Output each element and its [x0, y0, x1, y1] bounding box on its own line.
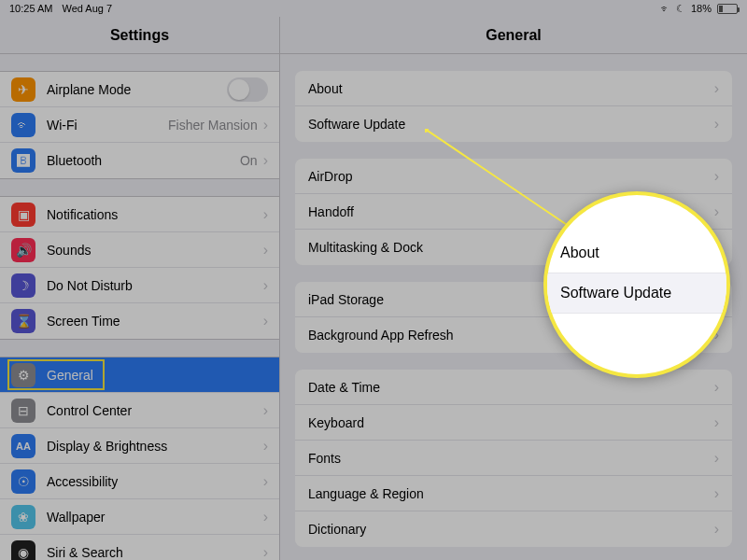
detail-item-label: Fonts [308, 451, 714, 466]
sidebar-group: ▣Notifications›🔊Sounds›☽Do Not Disturb›⌛… [0, 196, 279, 340]
detail-item-keyboard[interactable]: Keyboard› [295, 405, 732, 441]
chevron-right-icon: › [263, 242, 268, 259]
sidebar-item-label: Control Center [47, 403, 263, 418]
detail-item-label: Date & Time [308, 380, 714, 395]
detail-item-language-region[interactable]: Language & Region› [295, 476, 732, 511]
detail-item-airdrop[interactable]: AirDrop› [295, 159, 732, 194]
sidebar-item-bluetooth[interactable]: 🅱BluetoothOn› [0, 143, 279, 178]
sidebar-item-label: Do Not Disturb [47, 278, 263, 293]
magnifier-software-update: Software Update [547, 273, 726, 314]
chevron-right-icon: › [714, 379, 719, 396]
accessibility-icon: ☉ [11, 469, 35, 494]
sidebar-item-siri-search[interactable]: ◉Siri & Search› [0, 535, 279, 560]
detail-item-about[interactable]: About› [295, 71, 732, 106]
detail-group: About›Software Update› [295, 71, 732, 142]
sidebar-group: ⚙General⊟Control Center›AADisplay & Brig… [0, 357, 279, 560]
status-time: 10:25 AM [9, 3, 52, 14]
sidebar-item-label: Siri & Search [47, 545, 263, 560]
wifi-icon: ᯤ [660, 3, 670, 14]
sidebar-item-label: Wi-Fi [47, 118, 168, 133]
sidebar-item-label: Airplane Mode [47, 82, 227, 97]
detail-item-label: AirDrop [308, 169, 714, 184]
magnifier-about: About [547, 233, 726, 273]
chevron-right-icon: › [263, 206, 268, 223]
detail-item-label: Dictionary [308, 522, 714, 537]
detail-item-fonts[interactable]: Fonts› [295, 441, 732, 476]
dnd-icon: ☾ [676, 3, 685, 15]
chevron-right-icon: › [714, 80, 719, 97]
chevron-right-icon: › [263, 277, 268, 294]
sidebar: Settings ✈Airplane ModeᯤWi-FiFisher Mans… [0, 17, 280, 560]
chevron-right-icon: › [263, 313, 268, 329]
sidebar-item-label: Accessibility [47, 474, 263, 489]
screentime-icon: ⌛ [11, 309, 35, 333]
general-icon: ⚙ [11, 363, 35, 387]
battery-icon [717, 4, 738, 14]
chevron-right-icon: › [714, 168, 719, 185]
siri-icon: ◉ [11, 540, 35, 561]
chevron-right-icon: › [714, 521, 719, 538]
battery-pct: 18% [691, 3, 712, 14]
wifi-icon: ᯤ [11, 113, 35, 137]
detail-item-label: Language & Region [308, 486, 714, 501]
sidebar-item-airplane-mode[interactable]: ✈Airplane Mode [0, 72, 279, 107]
chevron-right-icon: › [263, 544, 268, 561]
device-frame: 10:25 AM Wed Aug 7 ᯤ ☾ 18% Settings ✈Air… [0, 0, 747, 560]
chevron-right-icon: › [714, 116, 719, 133]
sidebar-item-general[interactable]: ⚙General [0, 357, 279, 393]
dnd-icon: ☽ [11, 273, 35, 298]
sidebar-item-accessibility[interactable]: ☉Accessibility› [0, 464, 279, 499]
sidebar-item-screen-time[interactable]: ⌛Screen Time› [0, 303, 279, 339]
sidebar-item-notifications[interactable]: ▣Notifications› [0, 197, 279, 232]
magnifier-callout: About Software Update [543, 191, 730, 378]
sidebar-item-label: General [47, 368, 268, 383]
sidebar-item-sounds[interactable]: 🔊Sounds› [0, 232, 279, 268]
bluetooth-icon: 🅱 [11, 148, 35, 173]
sidebar-item-label: Sounds [47, 243, 263, 258]
status-bar: 10:25 AM Wed Aug 7 ᯤ ☾ 18% [0, 0, 747, 17]
airplane-icon: ✈ [11, 77, 35, 102]
detail-item-label: Software Update [308, 117, 714, 132]
sidebar-item-label: Display & Brightness [47, 439, 263, 454]
display-icon: AA [11, 434, 35, 458]
sidebar-item-value: Fisher Mansion [168, 118, 258, 133]
status-date: Wed Aug 7 [62, 3, 112, 14]
sidebar-item-label: Notifications [47, 207, 263, 222]
chevron-right-icon: › [714, 414, 719, 431]
chevron-right-icon: › [714, 450, 719, 467]
chevron-right-icon: › [263, 402, 268, 419]
sidebar-item-label: Screen Time [47, 314, 263, 329]
chevron-right-icon: › [714, 485, 719, 502]
control-icon: ⊟ [11, 399, 35, 423]
detail-title: General [280, 17, 747, 54]
sidebar-item-control-center[interactable]: ⊟Control Center› [0, 393, 279, 428]
detail-item-dictionary[interactable]: Dictionary› [295, 511, 732, 547]
detail-item-date-time[interactable]: Date & Time› [295, 370, 732, 405]
notifications-icon: ▣ [11, 203, 35, 227]
chevron-right-icon: › [263, 152, 268, 169]
detail-item-label: Keyboard [308, 415, 714, 430]
chevron-right-icon: › [714, 203, 719, 220]
sidebar-group: ✈Airplane ModeᯤWi-FiFisher Mansion›🅱Blue… [0, 71, 279, 179]
sidebar-item-do-not-disturb[interactable]: ☽Do Not Disturb› [0, 268, 279, 303]
detail-item-software-update[interactable]: Software Update› [295, 106, 732, 142]
sidebar-item-label: Wallpaper [47, 510, 263, 525]
chevron-right-icon: › [263, 117, 268, 133]
sidebar-title: Settings [0, 17, 279, 54]
chevron-right-icon: › [263, 509, 268, 525]
sidebar-item-label: Bluetooth [47, 153, 240, 168]
chevron-right-icon: › [263, 438, 268, 455]
sidebar-item-wi-fi[interactable]: ᯤWi-FiFisher Mansion› [0, 107, 279, 143]
sidebar-item-wallpaper[interactable]: ❀Wallpaper› [0, 499, 279, 535]
chevron-right-icon: › [263, 473, 268, 490]
sidebar-item-display-brightness[interactable]: AADisplay & Brightness› [0, 428, 279, 464]
sidebar-item-value: On [240, 153, 258, 168]
detail-group: Date & Time›Keyboard›Fonts›Language & Re… [295, 370, 732, 547]
toggle-switch[interactable] [227, 77, 268, 102]
detail-item-label: About [308, 81, 714, 96]
wallpaper-icon: ❀ [11, 505, 35, 529]
sounds-icon: 🔊 [11, 238, 35, 262]
